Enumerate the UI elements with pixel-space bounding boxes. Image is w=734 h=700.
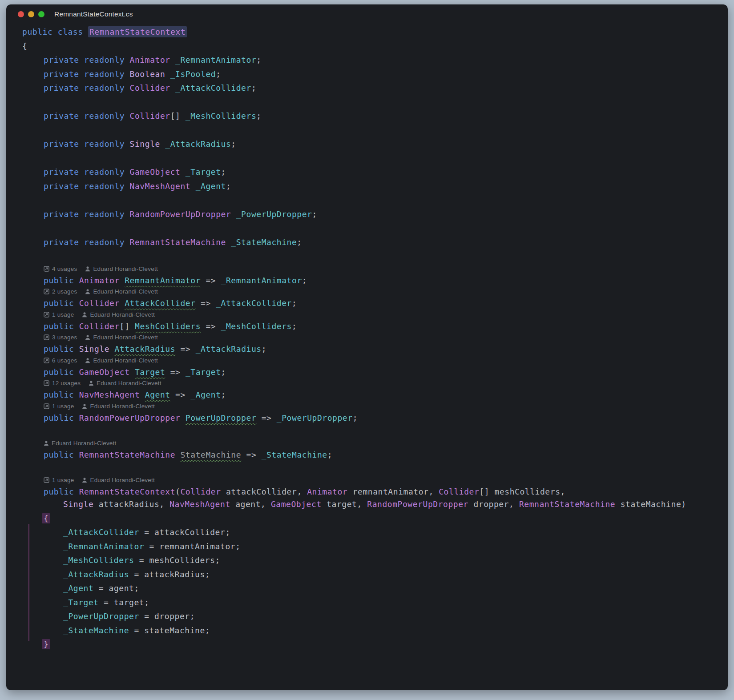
token: {	[42, 513, 50, 523]
code-line[interactable]: public NavMeshAgent Agent => _Agent;	[22, 389, 728, 401]
usages-icon	[44, 266, 49, 272]
token: remnantAnimator,	[347, 487, 439, 496]
code-line[interactable]: private readonly Collider _AttackCollide…	[22, 81, 728, 95]
token: = meshColliders;	[134, 555, 220, 565]
code-line[interactable]: private readonly Single _AttackRadius;	[22, 137, 728, 151]
token: = stateMachine;	[129, 626, 210, 635]
code-line[interactable]: private readonly RandomPowerUpDropper _P…	[22, 207, 728, 221]
token: RemnantStateMachine	[79, 450, 175, 459]
author-annotation[interactable]: Eduard Horandi-Clevett	[85, 288, 157, 295]
blank-line[interactable]	[22, 123, 728, 137]
blank-line[interactable]	[22, 95, 728, 109]
code-line[interactable]: _AttackRadius = attackRadius;	[22, 567, 728, 582]
code-line[interactable]: public Collider[] MeshColliders => _Mesh…	[22, 320, 728, 332]
token	[120, 298, 125, 308]
usages-annotation[interactable]: 1 usage	[44, 403, 74, 410]
token: Collider	[79, 298, 120, 308]
annotation-text: Eduard Horandi-Clevett	[90, 403, 154, 410]
token: _PowerUpDropper	[277, 413, 353, 422]
usages-annotation[interactable]: 1 usage	[44, 477, 74, 483]
code-line[interactable]: public Collider AttackCollider => _Attac…	[22, 298, 728, 309]
annotation-line: 3 usagesEduard Horandi-Clevett	[22, 332, 728, 343]
close-button[interactable]	[18, 11, 24, 17]
token: ;	[327, 450, 332, 459]
code-line[interactable]: public class RemnantStateContext	[22, 25, 728, 39]
code-line[interactable]: private readonly Boolean _IsPooled;	[22, 67, 728, 81]
token	[190, 181, 195, 191]
annotation-text: 3 usages	[52, 334, 77, 341]
token: Single	[130, 139, 160, 149]
code-line[interactable]: public RemnantStateContext(Collider atta…	[22, 486, 728, 497]
code-line[interactable]: private readonly RemnantStateMachine _St…	[22, 235, 728, 249]
zoom-button[interactable]	[38, 11, 44, 17]
annotation-text: Eduard Horandi-Clevett	[93, 266, 157, 272]
minimize-button[interactable]	[28, 11, 34, 17]
token: GameObject	[271, 499, 322, 509]
token: _Target	[186, 367, 221, 377]
annotation-text: Eduard Horandi-Clevett	[90, 477, 154, 483]
code-line[interactable]: }	[22, 637, 728, 652]
author-annotation[interactable]: Eduard Horandi-Clevett	[89, 380, 161, 386]
title-bar[interactable]: RemnantStateContext.cs	[6, 4, 728, 24]
code-line[interactable]: private readonly GameObject _Target;	[22, 165, 728, 179]
code-line[interactable]: private readonly NavMeshAgent _Agent;	[22, 179, 728, 193]
code-line[interactable]: public GameObject Target => _Target;	[22, 366, 728, 378]
author-annotation[interactable]: Eduard Horandi-Clevett	[85, 266, 157, 272]
code-line[interactable]: _AttackCollider = attackCollider;	[22, 525, 728, 539]
blank-line[interactable]	[22, 193, 728, 207]
blank-line[interactable]	[22, 423, 728, 438]
author-annotation[interactable]: Eduard Horandi-Clevett	[82, 477, 154, 483]
token: =>	[241, 450, 262, 459]
code-line[interactable]: private readonly Collider[] _MeshCollide…	[22, 109, 728, 123]
code-line[interactable]: _Agent = agent;	[22, 581, 728, 595]
code-line[interactable]: public RandomPowerUpDropper PowerUpDropp…	[22, 412, 728, 423]
token: private readonly	[44, 181, 130, 191]
usages-annotation[interactable]: 1 usage	[44, 311, 74, 318]
code-line[interactable]: public Animator RemnantAnimator => _Remn…	[22, 274, 728, 286]
code-line[interactable]: _StateMachine = stateMachine;	[22, 624, 728, 638]
author-annotation[interactable]: Eduard Horandi-Clevett	[44, 440, 116, 447]
code-line[interactable]: {	[22, 39, 728, 53]
code-line[interactable]: _PowerUpDropper = dropper;	[22, 609, 728, 624]
annotation-text: 6 usages	[52, 357, 77, 364]
token: [] meshColliders,	[479, 487, 565, 496]
annotation-text: Eduard Horandi-Clevett	[52, 440, 116, 447]
code-line[interactable]: Single attackRadius, NavMeshAgent agent,…	[22, 497, 728, 511]
code-line[interactable]: _MeshColliders = meshColliders;	[22, 553, 728, 567]
annotation-line: 12 usagesEduard Horandi-Clevett	[22, 378, 728, 389]
annotation-line: 1 usageEduard Horandi-Clevett	[22, 401, 728, 412]
code-line[interactable]: _Target = target;	[22, 595, 728, 610]
code-line[interactable]: public Single AttackRadius => _AttackRad…	[22, 343, 728, 355]
blank-line[interactable]	[22, 249, 728, 263]
code-line[interactable]: {	[22, 511, 728, 526]
token: =>	[256, 413, 277, 422]
token	[109, 344, 114, 354]
token: }	[42, 639, 50, 649]
token: Animator	[79, 276, 120, 285]
annotation-text: 2 usages	[52, 288, 77, 295]
author-annotation[interactable]: Eduard Horandi-Clevett	[82, 403, 154, 410]
usages-annotation[interactable]: 6 usages	[44, 357, 77, 364]
code-line[interactable]: private readonly Animator _RemnantAnimat…	[22, 53, 728, 67]
author-icon	[85, 358, 90, 363]
blank-line[interactable]	[22, 151, 728, 165]
token: ;	[216, 69, 221, 79]
blank-line[interactable]	[22, 221, 728, 235]
author-annotation[interactable]: Eduard Horandi-Clevett	[85, 334, 157, 341]
code-line[interactable]: _RemnantAnimator = remnantAnimator;	[22, 539, 728, 554]
token: _Target	[186, 167, 221, 177]
blank-line[interactable]	[22, 460, 728, 475]
token: private readonly	[44, 83, 130, 93]
code-editor[interactable]: public class RemnantStateContext{private…	[6, 24, 728, 652]
author-annotation[interactable]: Eduard Horandi-Clevett	[82, 311, 154, 318]
usages-annotation[interactable]: 3 usages	[44, 334, 77, 341]
token: private readonly	[44, 209, 130, 219]
token: ;	[221, 390, 226, 399]
code-line[interactable]: public RemnantStateMachine StateMachine …	[22, 449, 728, 460]
token: ;	[231, 139, 236, 149]
usages-annotation[interactable]: 12 usages	[44, 380, 81, 386]
token: NavMeshAgent	[130, 181, 191, 191]
author-annotation[interactable]: Eduard Horandi-Clevett	[85, 357, 157, 364]
usages-annotation[interactable]: 2 usages	[44, 288, 77, 295]
usages-annotation[interactable]: 4 usages	[44, 266, 77, 272]
